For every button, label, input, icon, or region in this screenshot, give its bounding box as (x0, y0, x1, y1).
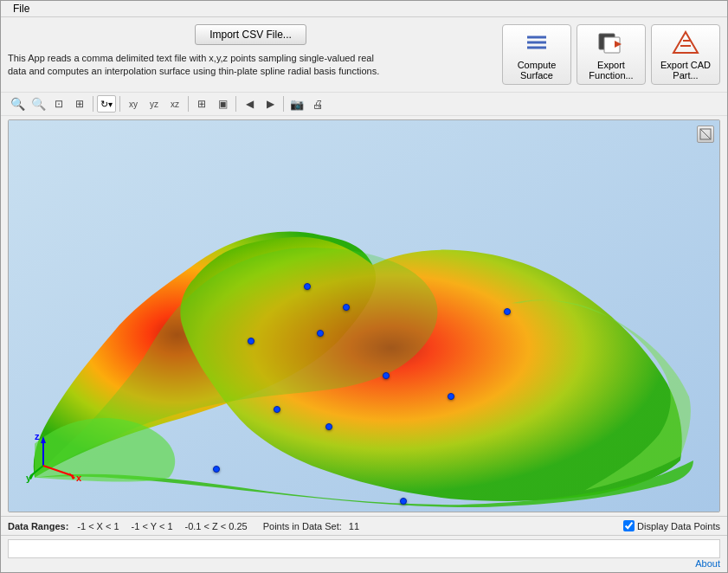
zoom-in-button[interactable]: 🔍 (8, 94, 27, 113)
import-btn-row: Import CSV File... (8, 24, 493, 45)
zoom-in-icon: 🔍 (10, 97, 25, 111)
grid-icon: ⊞ (197, 98, 206, 110)
menu-file[interactable]: File (8, 1, 35, 16)
bottom-bar: About (1, 535, 727, 572)
export-cad-icon (672, 29, 699, 56)
compute-surface-icon (523, 29, 551, 56)
view-xy-label: xy (129, 100, 138, 109)
export-function-button[interactable]: ExportFunction... (577, 24, 646, 85)
prev-button[interactable]: ◀ (240, 94, 259, 113)
menu-bar: File (1, 1, 727, 17)
next-icon: ▶ (267, 98, 274, 110)
separator-1 (93, 96, 93, 112)
svg-line-16 (43, 466, 74, 476)
compute-surface-label: ComputeSurface (518, 60, 557, 80)
expand-icon[interactable] (697, 126, 714, 143)
separator-4 (235, 96, 236, 112)
right-buttons: ComputeSurface ExportFunction... (502, 24, 720, 85)
zoom-out-button[interactable]: 🔍 (29, 94, 48, 113)
status-input[interactable] (8, 539, 720, 558)
next-button[interactable]: ▶ (261, 94, 280, 113)
prev-icon: ◀ (246, 98, 254, 110)
separator-3 (188, 96, 189, 112)
view-xz-label: xz (171, 100, 179, 109)
grid-button[interactable]: ⊞ (192, 94, 211, 113)
export-cad-button[interactable]: Export CADPart... (651, 24, 720, 85)
zoom-fit-icon: ⊡ (55, 98, 63, 110)
display-points-checkbox[interactable] (623, 520, 635, 531)
view-xz-button[interactable]: xz (165, 94, 184, 113)
svg-line-13 (30, 466, 43, 476)
svg-text:z: z (35, 431, 40, 441)
camera-button[interactable]: 📷 (287, 94, 306, 113)
z-range-value: -0.1 < Z < 0.25 (185, 521, 248, 531)
surface-svg (9, 120, 719, 512)
main-window: File Import CSV File... This App reads a… (0, 0, 728, 573)
print-icon: 🖨 (312, 98, 324, 111)
export-function-icon (597, 29, 625, 56)
colormap-button[interactable]: ▣ (213, 94, 232, 113)
svg-marker-6 (673, 32, 698, 53)
zoom-box-icon: ⊞ (75, 98, 84, 110)
zoom-out-icon: 🔍 (31, 97, 46, 111)
toolbar: 🔍 🔍 ⊡ ⊞ ↻ ▾ xy yz xz ⊞ ▣ (1, 92, 727, 116)
left-panel: Import CSV File... This App reads a comm… (8, 24, 493, 79)
export-function-label: ExportFunction... (589, 60, 633, 80)
separator-2 (119, 96, 120, 112)
svg-line-20 (700, 129, 711, 139)
rotate-icon: ↻ (100, 99, 108, 110)
top-area: Import CSV File... This App reads a comm… (1, 17, 727, 92)
plot-area[interactable]: z y x (8, 119, 720, 512)
points-label: Points in Data Set: (263, 521, 342, 531)
export-cad-label: Export CADPart... (660, 60, 711, 80)
camera-icon: 📷 (290, 98, 304, 111)
svg-text:x: x (76, 473, 82, 483)
rotate-label: ▾ (108, 100, 113, 109)
view-yz-label: yz (150, 100, 158, 109)
import-csv-button[interactable]: Import CSV File... (195, 24, 306, 45)
separator-5 (283, 96, 284, 112)
view-xy-button[interactable]: xy (124, 94, 143, 113)
rotate-dropdown[interactable]: ↻ ▾ (97, 95, 116, 113)
description-text: This App reads a comma delimited text fi… (8, 52, 389, 79)
compute-surface-button[interactable]: ComputeSurface (502, 24, 571, 85)
axes-label: z y x (26, 431, 87, 486)
svg-marker-11 (41, 436, 46, 443)
display-points-label: Display Data Points (637, 521, 720, 531)
view-yz-button[interactable]: yz (145, 94, 164, 113)
data-ranges-label: Data Ranges: (8, 521, 68, 531)
zoom-box-button[interactable]: ⊞ (70, 94, 89, 113)
points-value: 11 (349, 521, 359, 531)
x-range-value: -1 < X < 1 (77, 521, 119, 531)
colormap-icon: ▣ (218, 98, 228, 110)
svg-marker-17 (69, 473, 75, 480)
svg-text:y: y (26, 473, 32, 483)
zoom-fit-button[interactable]: ⊡ (49, 94, 68, 113)
display-points-area: Display Data Points (623, 520, 720, 531)
about-link[interactable]: About (695, 558, 720, 569)
print-button[interactable]: 🖨 (308, 94, 327, 113)
status-bar: Data Ranges: -1 < X < 1 -1 < Y < 1 -0.1 … (1, 516, 727, 535)
y-range-value: -1 < Y < 1 (132, 521, 173, 531)
